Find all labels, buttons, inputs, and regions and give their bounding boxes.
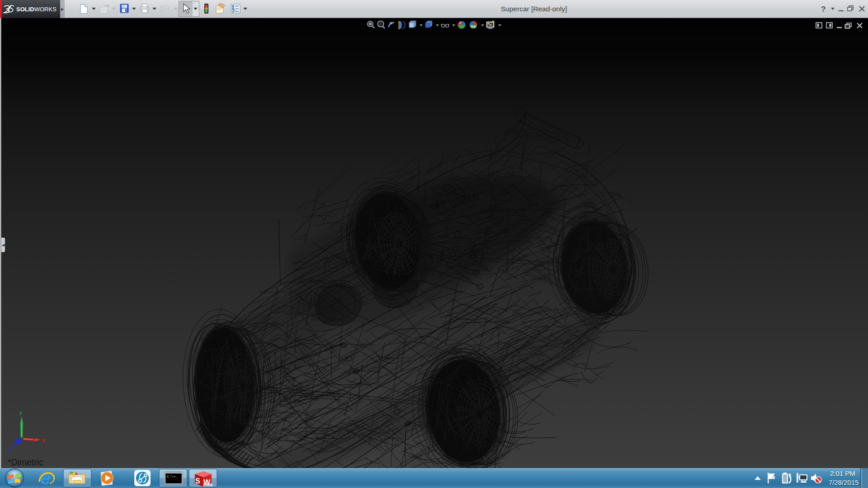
svg-text:?: ? <box>821 5 826 14</box>
svg-text:C:\>_: C:\>_ <box>167 474 178 479</box>
svg-text:Y: Y <box>19 411 23 416</box>
svg-text:Z: Z <box>8 448 11 453</box>
svg-text:S: S <box>195 477 200 485</box>
svg-text:e: e <box>40 468 51 488</box>
svg-text:X: X <box>42 438 46 443</box>
svg-text:2015: 2015 <box>203 482 213 487</box>
svg-text:2:01 PM 7/28/2015: 2:01 PM 7/28/2015 <box>829 469 859 486</box>
